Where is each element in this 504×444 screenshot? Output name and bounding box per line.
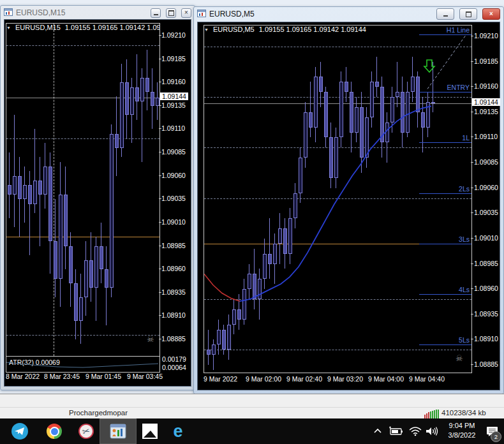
price-tick-label: 1.08935 [474, 310, 498, 318]
tray-expand-chevron-icon[interactable] [373, 426, 383, 439]
candle-wick [376, 57, 377, 97]
price-tick-label: 1.09010 [474, 234, 498, 242]
candle-wick [208, 330, 209, 365]
status-dock: Prochargedmopar 410238/34 kb [0, 394, 504, 419]
price-tick-mark [159, 175, 161, 176]
candle-body [105, 269, 108, 288]
candle-body [283, 228, 287, 254]
level-label: H1 Line [447, 26, 470, 34]
legend-symbol: EURUSD,M15 [15, 24, 61, 31]
restore-button[interactable] [459, 8, 477, 20]
legend-symbol: EURUSD,M5 [213, 26, 255, 33]
price-tick-mark [471, 263, 473, 264]
m15-titlebar[interactable]: EURUSD,M15 × [1, 6, 195, 20]
price-tick-label: 1.09085 [161, 148, 186, 156]
notes-app-icon[interactable] [142, 423, 158, 440]
snipping-tool-icon[interactable]: ✂ [78, 423, 94, 440]
level-line [419, 92, 471, 93]
restore-button[interactable] [166, 8, 176, 18]
chrome-icon[interactable] [46, 423, 63, 440]
candle-body [156, 98, 159, 106]
status-profile-cell[interactable]: Prochargedmopar [61, 409, 135, 417]
candle-body [411, 77, 415, 92]
candle-wick [40, 157, 40, 246]
candle-body [64, 195, 68, 246]
notification-badge[interactable]: 2 [491, 431, 501, 442]
candle-body [59, 195, 63, 279]
edge-icon[interactable]: e [170, 423, 186, 440]
candle-body [268, 254, 272, 264]
price-tick-mark [159, 35, 161, 36]
candle-body [365, 117, 369, 158]
candle-body [84, 260, 88, 298]
minimize-button[interactable] [436, 8, 454, 20]
m5-titlebar[interactable]: EURUSD,M5 × [194, 7, 503, 21]
m15-chart-plot[interactable]: ▼ EURUSD,M15 1.09155 1.09165 1.09142 1.0… [6, 23, 160, 357]
price-tick-mark [159, 128, 161, 129]
candle-body [426, 102, 430, 128]
dashed-level-line [204, 198, 471, 199]
atr-scale-min: 0.00064 [162, 364, 186, 371]
price-tick-label: 1.09160 [474, 82, 498, 90]
candle-body [100, 246, 103, 270]
price-tick-mark [159, 339, 161, 339]
price-tick-label: 1.08885 [474, 360, 498, 368]
metatrader-icon[interactable] [110, 423, 126, 440]
legend-collapse-icon[interactable]: ▼ [6, 26, 11, 30]
price-tick-label: 1.08910 [161, 311, 186, 319]
clock-time: 9:04 PM [439, 421, 485, 431]
price-tick-label: 1.09035 [474, 209, 498, 216]
price-tick-mark [471, 288, 473, 289]
candle-body [8, 185, 11, 195]
chart-window-m5: EURUSD,M5 × ▼ EURUSD,M5 1.09155 1.09165 … [193, 6, 504, 394]
price-tick-label: 1.09210 [474, 32, 498, 40]
minimize-button[interactable] [151, 8, 161, 18]
candle-body [248, 274, 251, 289]
candle-body [135, 87, 139, 101]
chart-window-icon [197, 10, 206, 19]
telegram-icon[interactable] [11, 423, 28, 440]
close-button[interactable]: × [482, 8, 500, 20]
price-tick-label: 1.09135 [474, 108, 498, 115]
close-button[interactable]: × [181, 8, 191, 18]
price-tick-label: 1.09160 [161, 78, 186, 85]
candle-body [360, 107, 364, 158]
candle-body [401, 92, 404, 132]
atr-indicator-pane[interactable]: ATR(32) 0.00069 [6, 356, 160, 373]
time-tick-label: 8 Mar 2022 [6, 373, 40, 380]
price-tick-mark [471, 188, 473, 188]
current-price-tag: 1.09144 [160, 93, 188, 100]
candle-body [207, 350, 211, 355]
window-title: EURUSD,M5 [209, 10, 431, 18]
price-tick-label: 1.09135 [161, 101, 186, 109]
atr-scale-max: 0.00179 [162, 355, 186, 363]
candle-body [253, 274, 256, 299]
candle-body [380, 87, 384, 142]
price-tick-label: 1.08935 [161, 288, 186, 296]
dashed-level-line [204, 350, 471, 350]
taskbar: ✂ e [0, 418, 504, 444]
taskbar-clock[interactable]: 9:04 PM 3/8/2022 [439, 421, 485, 440]
period-separator-line [54, 24, 54, 356]
wifi-icon[interactable] [408, 426, 422, 439]
price-tick-mark [471, 61, 473, 62]
legend-collapse-icon[interactable]: ▼ [204, 27, 209, 32]
m5-chart-plot[interactable]: ▼ EURUSD,M5 1.09155 1.09165 1.09142 1.09… [204, 25, 472, 373]
price-tick-mark [471, 36, 473, 36]
speaker-icon[interactable] [425, 426, 439, 439]
candle-body [350, 92, 353, 132]
price-tick-mark [159, 269, 161, 269]
chart-window-m15: EURUSD,M15 × ▼ EURUSD,M15 1.09155 1.0916… [0, 5, 195, 390]
price-tick-label: 1.09185 [161, 55, 186, 63]
candle-body [385, 122, 389, 143]
candle-body [140, 78, 144, 101]
battery-charging-icon[interactable] [388, 426, 403, 439]
candle-body [278, 228, 282, 244]
candle-body [33, 181, 37, 204]
time-tick-label: 9 Mar 04:40 [409, 375, 445, 383]
projection-dashed-line [427, 34, 466, 89]
level-line [419, 193, 471, 194]
price-tick-mark [159, 222, 161, 223]
price-tick-label: 1.09185 [474, 57, 498, 65]
candle-body [110, 134, 114, 288]
